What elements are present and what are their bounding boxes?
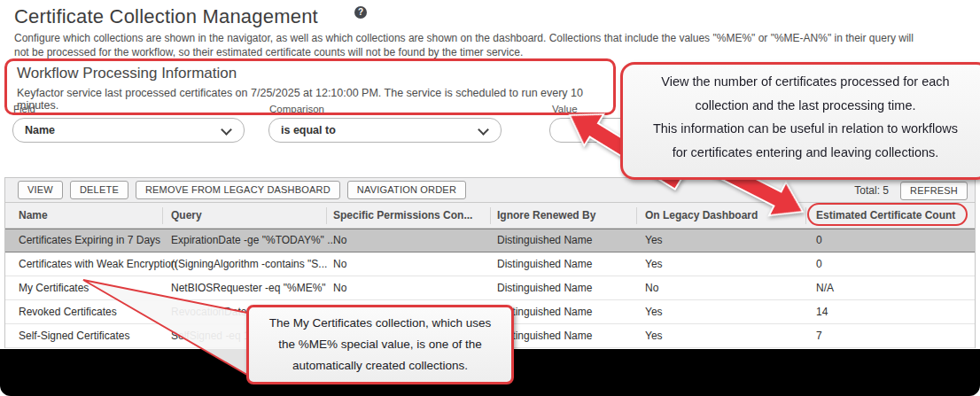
cell-specific-permissions: No: [333, 252, 346, 276]
cell-estimated-count: N/A: [816, 276, 834, 300]
cell-on-legacy-dashboard: Yes: [645, 324, 663, 348]
column-divider: [636, 207, 637, 224]
cell-ignore-renewed-by: Distinguished Name: [497, 229, 592, 252]
cell-query: NetBIOSRequester -eq "%ME%": [171, 276, 326, 300]
cell-estimated-count: 14: [816, 300, 828, 324]
cell-on-legacy-dashboard: No: [645, 276, 658, 300]
cell-estimated-count: 7: [816, 324, 822, 348]
column-header-query[interactable]: Query: [171, 203, 202, 229]
cell-on-legacy-dashboard: Yes: [645, 229, 663, 252]
cell-name: Revoked Certificates: [19, 300, 117, 324]
refresh-button[interactable]: REFRESH: [900, 182, 968, 200]
chevron-down-icon: [478, 124, 489, 136]
column-header-specific-permissions[interactable]: Specific Permissions Con...: [333, 203, 472, 229]
column-header-on-legacy-dashboard[interactable]: On Legacy Dashboard: [645, 203, 758, 229]
callout-processing-info: View the number of certificates processe…: [620, 62, 980, 180]
cell-name: Certificates with Weak Encryption: [19, 252, 177, 276]
column-header-ignore-renewed-by[interactable]: Ignore Renewed By: [497, 203, 595, 229]
cell-on-legacy-dashboard: Yes: [645, 252, 663, 276]
table-toolbar: VIEW DELETE REMOVE FROM LEGACY DASHBOARD…: [5, 178, 975, 203]
delete-button[interactable]: DELETE: [70, 181, 128, 199]
field-select[interactable]: Name: [12, 118, 245, 143]
column-divider: [805, 207, 806, 224]
cell-estimated-count: 0: [816, 229, 822, 252]
cell-on-legacy-dashboard: Yes: [645, 300, 663, 324]
cell-name: Self-Signed Certificates: [19, 324, 129, 348]
cell-ignore-renewed-by: Distinguished Name: [497, 252, 592, 276]
column-divider: [162, 207, 163, 224]
page-description: Configure which collections are shown in…: [14, 32, 914, 59]
cell-specific-permissions: No: [333, 276, 346, 300]
certificate-collection-management-page: Certificate Collection Management ? Conf…: [0, 0, 980, 396]
cell-query: ((SigningAlgorithm -contains "S...: [171, 252, 327, 276]
column-divider: [490, 207, 491, 224]
cell-specific-permissions: No: [333, 229, 346, 252]
workflow-info-heading: Workflow Processing Information: [17, 65, 237, 82]
cell-name: My Certificates: [19, 276, 89, 300]
remove-from-legacy-dashboard-button[interactable]: REMOVE FROM LEGACY DASHBOARD: [136, 181, 340, 199]
cell-ignore-renewed-by: Distinguished Name: [497, 276, 592, 300]
comparison-select-value: is equal to: [281, 124, 336, 136]
table-row[interactable]: My Certificates NetBIOSRequester -eq "%M…: [5, 276, 975, 300]
cell-estimated-count: 0: [816, 252, 822, 276]
estimated-count-highlight-circle: [807, 203, 968, 226]
comparison-select[interactable]: is equal to: [268, 118, 502, 143]
cell-query: RevocationDate: [171, 300, 246, 324]
navigation-order-button[interactable]: NAVIGATION ORDER: [347, 181, 466, 199]
field-select-value: Name: [25, 124, 55, 136]
page-title: Certificate Collection Management: [14, 5, 318, 28]
cell-query: SelfSigned -eq 1: [171, 324, 250, 348]
column-divider: [326, 207, 327, 224]
column-header-name[interactable]: Name: [19, 203, 48, 229]
cell-query: ExpirationDate -ge "%TODAY%" ...: [171, 229, 336, 252]
callout-my-certificates: The My Certificates collection, which us…: [246, 305, 514, 384]
view-button[interactable]: VIEW: [18, 181, 63, 199]
cell-name: Certificates Expiring in 7 Days: [19, 229, 160, 252]
table-row[interactable]: Certificates with Weak Encryption ((Sign…: [5, 252, 975, 276]
total-count-label: Total: 5: [854, 184, 889, 197]
chevron-down-icon: [221, 124, 232, 136]
workflow-info-status: Keyfactor service last processed certifi…: [17, 87, 602, 112]
table-row[interactable]: Certificates Expiring in 7 Days Expirati…: [5, 229, 975, 252]
help-icon[interactable]: ?: [354, 6, 367, 19]
workflow-info-annotation-box: Workflow Processing Information Keyfacto…: [4, 58, 616, 115]
